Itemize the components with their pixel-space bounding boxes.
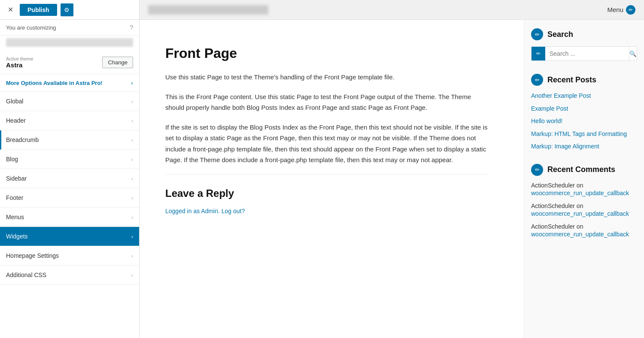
search-icon-wrap: ✏ (532, 47, 545, 60)
theme-name: Astra (6, 61, 33, 69)
commenter-name: ActionScheduler on (531, 223, 583, 230)
menu-item-global[interactable]: Global › (0, 92, 139, 111)
comments-title: Leave a Reply (165, 187, 489, 199)
menu-item-sidebar[interactable]: Sidebar › (0, 169, 139, 188)
logged-in-text: Logged in as Admin. Log out? (165, 206, 489, 217)
chevron-right-icon: › (131, 272, 133, 278)
menu-item-footer[interactable]: Footer › (0, 188, 139, 208)
customizing-section: You are customizing ? (0, 20, 139, 36)
settings-button[interactable]: ⚙ (61, 3, 73, 16)
menu-item-blog[interactable]: Blog › (0, 150, 139, 169)
logout-link[interactable]: Log out? (222, 208, 245, 214)
page-title: Front Page (165, 45, 489, 61)
search-submit-button[interactable]: 🔍 (629, 47, 637, 60)
comment-link[interactable]: woocommerce_run_update_callback (531, 210, 637, 217)
theme-info: Active theme Astra (6, 56, 33, 69)
chevron-right-icon: › (131, 233, 133, 240)
search-widget: ✏ Search ✏ 🔍 (531, 28, 637, 61)
astra-pro-text: More Options Available in Astra Pro! (6, 80, 103, 86)
menu-item-label: Global (6, 98, 23, 105)
menu-item-menus[interactable]: Menus › (0, 208, 139, 227)
recent-posts-icon: ✏ (531, 74, 543, 86)
pencil-icon-2: ✏ (535, 166, 540, 173)
astra-pro-chevron-icon: › (131, 79, 133, 86)
recent-posts-header: ✏ Recent Posts (531, 74, 637, 86)
comment-item: ActionScheduler on woocommerce_run_updat… (531, 202, 637, 217)
recent-comments-header: ✏ Recent Comments (531, 164, 637, 176)
commenter-name: ActionScheduler on (531, 182, 583, 189)
chevron-right-icon: › (131, 118, 133, 124)
right-content: Menu ✏ Front Page Use this static Page t… (140, 0, 644, 338)
search-input[interactable] (545, 48, 629, 60)
pencil-icon: ✏ (535, 77, 540, 83)
recent-comments-widget: ✏ Recent Comments ActionScheduler on woo… (531, 164, 637, 238)
recent-post-link[interactable]: Hello world! (531, 117, 637, 126)
theme-label: Active theme (6, 56, 33, 61)
logged-in-link[interactable]: Logged in as Admin. (165, 208, 220, 214)
edit-icon: ✏ (626, 5, 635, 15)
menu-item-label: Header (6, 117, 26, 124)
menu-item-widgets[interactable]: Widgets › (0, 227, 139, 246)
comment-item: ActionScheduler on woocommerce_run_updat… (531, 223, 637, 238)
comment-item: ActionScheduler on woocommerce_run_updat… (531, 182, 637, 196)
menu-item-breadcrumb[interactable]: Breadcrumb › (0, 130, 139, 150)
edit-pencil-icon: ✏ (535, 31, 540, 38)
active-theme-section: Active theme Astra Change (0, 51, 139, 74)
menu-item-label: Homepage Settings (6, 252, 59, 259)
recent-posts-widget: ✏ Recent Posts Another Example Post Exam… (531, 74, 637, 151)
recent-post-link[interactable]: Another Example Post (531, 92, 637, 100)
blurred-bar (6, 38, 133, 47)
recent-post-link[interactable]: Markup: HTML Tags and Formatting (531, 130, 637, 139)
commenter-name: ActionScheduler on (531, 202, 583, 209)
publish-button[interactable]: Publish (20, 4, 57, 16)
preview-area: Front Page Use this static Page to test … (140, 20, 644, 338)
paragraph-2: This is the Front Page content. Use this… (165, 91, 489, 113)
widget-sidebar: ✏ Search ✏ 🔍 ✏ Recent (524, 20, 644, 338)
recent-comments-icon: ✏ (531, 164, 543, 176)
menu-item-label: Footer (6, 194, 23, 201)
menu-item-label: Breadcrumb (6, 136, 39, 143)
preview-header: Menu ✏ (140, 0, 644, 20)
top-bar: ✕ Publish ⚙ (0, 0, 139, 20)
menu-item-label: Blog (6, 156, 18, 163)
url-bar (148, 5, 268, 15)
left-panel: ✕ Publish ⚙ You are customizing ? Active… (0, 0, 140, 338)
menu-item-label: Widgets (6, 233, 28, 240)
paragraph-3: If the site is set to display the Blog P… (165, 122, 489, 166)
recent-comments-title: Recent Comments (547, 165, 615, 174)
menu-item-additional-css[interactable]: Additional CSS › (0, 266, 139, 285)
menu-item-homepage-settings[interactable]: Homepage Settings › (0, 246, 139, 266)
chevron-right-icon: › (131, 156, 133, 163)
comment-link[interactable]: woocommerce_run_update_callback (531, 190, 637, 196)
close-button[interactable]: ✕ (4, 4, 16, 16)
chevron-right-icon: › (131, 214, 133, 220)
customizing-label: You are customizing (6, 24, 56, 31)
search-widget-title: Search (547, 30, 573, 39)
astra-pro-banner[interactable]: More Options Available in Astra Pro! › (0, 74, 139, 92)
search-widget-header: ✏ Search (531, 28, 637, 40)
comment-link[interactable]: woocommerce_run_update_callback (531, 231, 637, 238)
main-content: Front Page Use this static Page to test … (140, 20, 524, 338)
menu-list: Global › Header › Breadcrumb › Blog › Si… (0, 92, 139, 285)
search-pencil-icon: ✏ (536, 51, 541, 57)
chevron-right-icon: › (131, 98, 133, 105)
menu-link[interactable]: Menu ✏ (607, 5, 635, 15)
menu-item-label: Menus (6, 214, 24, 220)
comments-section: Leave a Reply Logged in as Admin. Log ou… (165, 174, 489, 217)
chevron-right-icon: › (131, 137, 133, 143)
recent-post-link[interactable]: Example Post (531, 105, 637, 113)
chevron-right-icon: › (131, 253, 133, 259)
menu-item-label: Sidebar (6, 175, 27, 182)
paragraph-1: Use this static Page to test the Theme's… (165, 72, 489, 83)
search-widget-icon: ✏ (531, 28, 543, 40)
chevron-right-icon: › (131, 195, 133, 201)
menu-label: Menu (607, 6, 623, 13)
change-theme-button[interactable]: Change (102, 57, 133, 68)
menu-item-label: Additional CSS (6, 272, 46, 278)
recent-post-link[interactable]: Markup: Image Alignment (531, 142, 637, 151)
search-box: ✏ 🔍 (531, 46, 637, 61)
recent-posts-title: Recent Posts (547, 75, 596, 84)
chevron-right-icon: › (131, 175, 133, 182)
menu-item-header[interactable]: Header › (0, 111, 139, 130)
help-icon[interactable]: ? (130, 24, 133, 31)
